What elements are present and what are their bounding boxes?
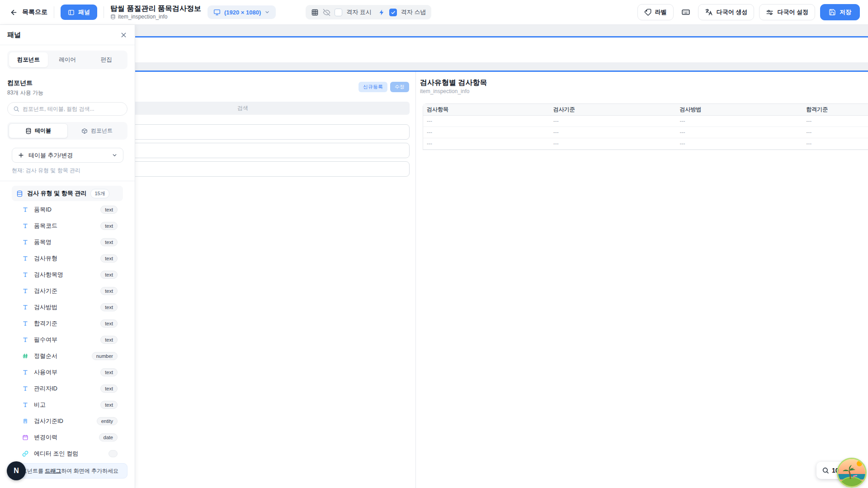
field-row-text-field[interactable]: 사용여부text [0, 364, 135, 380]
sliders-icon [766, 9, 774, 16]
table-cell: --- [550, 115, 676, 127]
back-to-list-button[interactable]: 목록으로 [10, 8, 47, 16]
field-name: 변경이력 [34, 433, 57, 441]
field-type-badge: date [99, 433, 118, 441]
field-row-text-field[interactable]: 품목코드text [0, 218, 135, 234]
divider [54, 6, 54, 18]
text-type-icon [22, 385, 28, 392]
field-name: 정렬순서 [34, 352, 57, 360]
field-row-number-field[interactable]: 정렬순서number [0, 348, 135, 364]
panel-toggle-button[interactable]: 패널 [61, 5, 97, 20]
resolution-dropdown[interactable]: (868 × 488) [208, 5, 276, 19]
field-name: 검사기준 [34, 287, 57, 295]
field-name: 합격기준 [34, 319, 57, 328]
grid-icon[interactable] [311, 9, 319, 16]
label-button[interactable]: 라벨 [637, 4, 674, 20]
canvas-new-button[interactable]: 신규등록 [359, 82, 387, 92]
text-type-icon [22, 239, 28, 245]
tab-edit[interactable]: 편집 [87, 52, 126, 67]
toggle-component[interactable]: 컴포넌트 [68, 123, 126, 138]
field-row-text-field[interactable]: 검사방법text [0, 299, 135, 315]
keyboard-icon [681, 8, 690, 17]
field-name: 품목코드 [34, 222, 57, 230]
join-type-icon [22, 450, 28, 457]
database-icon [16, 190, 23, 197]
field-type-badge: text [100, 368, 118, 376]
text-type-icon [22, 320, 28, 327]
field-row-text-field[interactable]: 합격기준text [0, 315, 135, 332]
i18n-generate-button[interactable]: 다국어 생성 [698, 4, 755, 20]
field-name: 품목명 [34, 238, 52, 246]
field-row-text-field[interactable]: 필수여부text [0, 332, 135, 348]
date-type-icon [22, 434, 28, 441]
field-row-join-field[interactable]: 에디터 조인 컬럼 [0, 446, 135, 458]
table-header-cell: 검사기준 [550, 104, 676, 115]
table-cell: --- [550, 138, 676, 149]
table-row: ------------ [423, 127, 868, 138]
notification-avatar[interactable]: N [7, 461, 26, 480]
text-type-icon [22, 223, 28, 229]
text-type-icon [22, 206, 28, 213]
table-header-cell: 합격기준 [802, 104, 868, 115]
field-row-text-field[interactable]: 품목명text [0, 234, 135, 250]
field-row-text-field[interactable]: 관리자IDtext [0, 380, 135, 397]
tab-layers[interactable]: 레이어 [48, 52, 87, 67]
table-group-header[interactable]: 검사 유형 및 항목 관리 15개 [12, 186, 123, 201]
table-cell: --- [550, 127, 676, 138]
keyboard-shortcuts-button[interactable] [679, 5, 693, 19]
island-badge[interactable] [837, 458, 867, 488]
text-type-icon [22, 304, 28, 310]
field-type-badge: text [100, 206, 118, 214]
grid-snap-checkbox[interactable] [389, 9, 397, 16]
grid-options-group: 격자 표시 격자 스냅 [306, 5, 431, 19]
field-row-text-field[interactable]: 검사항목명text [0, 267, 135, 283]
field-name: 검사기준ID [34, 417, 63, 425]
table-cell: --- [423, 138, 550, 149]
canvas-edit-button[interactable]: 수정 [390, 82, 409, 92]
field-type-badge: text [100, 287, 118, 295]
field-row-text-field[interactable]: 검사유형text [0, 250, 135, 267]
database-icon [110, 14, 116, 19]
search-icon [13, 106, 19, 112]
canvas-data-table[interactable]: 검사항목검사기준검사방법합격기준 -----------------------… [423, 103, 868, 150]
i18n-settings-button[interactable]: 다국어 설정 [759, 4, 815, 20]
chevron-down-icon [112, 152, 118, 158]
text-type-icon [22, 337, 28, 343]
field-type-badge: text [100, 319, 118, 328]
field-type-badge: entity [97, 417, 118, 425]
table-cell: --- [423, 127, 550, 138]
field-name: 검사방법 [34, 303, 57, 311]
database-icon [25, 128, 32, 134]
divider [0, 181, 135, 181]
component-search-input[interactable] [23, 106, 122, 112]
eye-off-icon[interactable] [323, 9, 330, 16]
table-header-cell: 검사방법 [676, 104, 803, 115]
field-type-badge: text [100, 238, 118, 246]
save-button[interactable]: 저장 [820, 4, 860, 20]
add-table-dropdown[interactable]: 테이블 추가/변경 [12, 148, 123, 163]
translate-icon [705, 8, 713, 16]
text-type-icon [22, 369, 28, 375]
field-name: 필수여부 [34, 336, 57, 344]
table-cell: --- [423, 115, 550, 127]
grid-show-checkbox[interactable] [335, 9, 342, 16]
close-icon[interactable] [120, 31, 127, 39]
field-list: 품목IDtext품목코드text품목명text검사유형text검사항목명text… [0, 202, 135, 458]
field-name: 검사유형 [34, 254, 57, 263]
grid-show-label: 격자 표시 [346, 8, 372, 16]
entity-type-icon [22, 418, 28, 424]
toggle-table[interactable]: 테이블 [9, 123, 68, 138]
field-row-text-field[interactable]: 검사기준text [0, 283, 135, 299]
field-row-date-field[interactable]: 변경이력date [0, 429, 135, 446]
divider [104, 6, 104, 18]
components-heading: 컴포넌트 [7, 79, 127, 87]
field-row-text-field[interactable]: 비고text [0, 397, 135, 413]
field-row-entity-field[interactable]: 검사기준IDentity [0, 413, 135, 429]
field-type-badge: text [100, 303, 118, 311]
tab-components[interactable]: 컴포넌트 [9, 52, 48, 67]
table-cell: --- [802, 115, 868, 127]
field-row-text-field[interactable]: 품목IDtext [0, 202, 135, 218]
component-search[interactable] [7, 102, 127, 116]
tag-icon [644, 9, 651, 16]
field-type-badge: text [100, 401, 118, 409]
